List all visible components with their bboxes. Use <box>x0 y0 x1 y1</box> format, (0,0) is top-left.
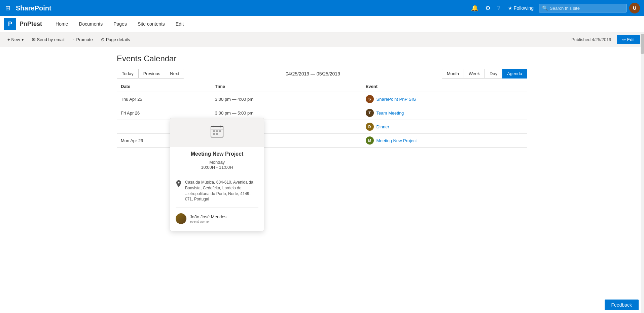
header-event: Event <box>362 81 527 92</box>
star-icon: ★ <box>508 5 512 11</box>
page-details-label: Page details <box>106 37 130 42</box>
event-time: 3:00 pm — 4:00 pm <box>211 92 362 106</box>
calendar-controls: Today Previous Next 04/25/2019 — 05/25/2… <box>117 69 527 79</box>
edit-button[interactable]: ✏ Edit <box>617 35 640 44</box>
header-time: Time <box>211 81 362 92</box>
site-logo: P <box>4 18 16 30</box>
chevron-down-icon: ▾ <box>22 37 24 42</box>
popup-header <box>170 118 264 147</box>
popup-body: Meeting New Project Monday 10:00H - 11:0… <box>170 147 264 154</box>
event-name[interactable]: Team Meeting <box>377 111 404 116</box>
avatar[interactable]: U <box>629 3 640 13</box>
published-label: Published 4/25/2019 <box>571 37 611 42</box>
view-month-button[interactable]: Month <box>442 69 464 79</box>
event-cell: M Meeting New Project <box>362 134 527 148</box>
top-nav-right: 🔔 ⚙ ? ★ Following 🔍 U <box>469 2 640 14</box>
plus-icon: + <box>7 37 10 42</box>
event-icon: T <box>366 109 374 117</box>
scroll-thumb <box>641 34 644 54</box>
page-title: Events Calendar <box>117 54 527 63</box>
event-cell: D Dinner <box>362 120 527 134</box>
promote-label: Promote <box>76 37 93 42</box>
today-button[interactable]: Today <box>117 69 139 79</box>
event-popup: Meeting New Project Monday 10:00H - 11:0… <box>170 118 264 154</box>
app-name: SharePoint <box>16 4 51 12</box>
following-label: Following <box>514 5 534 11</box>
help-icon[interactable]: ? <box>495 3 503 14</box>
event-name[interactable]: Meeting New Project <box>377 138 417 143</box>
site-nav: P PnPtest Home Documents Pages Site cont… <box>0 16 644 32</box>
view-agenda-button[interactable]: Agenda <box>502 69 527 79</box>
previous-button[interactable]: Previous <box>139 69 166 79</box>
edit-label: Edit <box>627 37 635 42</box>
view-week-button[interactable]: Week <box>464 69 485 79</box>
main-content: Events Calendar Today Previous Next 04/2… <box>103 47 541 154</box>
event-icon: S <box>366 95 374 103</box>
search-box: 🔍 <box>539 4 627 12</box>
send-email-button[interactable]: ✉ Send by email <box>29 35 68 44</box>
nav-pages[interactable]: Pages <box>108 16 132 32</box>
send-email-label: Send by email <box>37 37 65 42</box>
page-details-button[interactable]: ⊙ Page details <box>98 35 134 44</box>
gear-icon[interactable]: ⚙ <box>483 2 493 14</box>
header-date: Date <box>117 81 211 92</box>
svg-rect-7 <box>213 133 215 135</box>
svg-rect-5 <box>216 130 218 132</box>
nav-home[interactable]: Home <box>50 16 73 32</box>
view-buttons: Month Week Day Agenda <box>442 69 527 79</box>
following-button[interactable]: ★ Following <box>505 4 536 12</box>
promote-button[interactable]: ↑ Promote <box>69 35 96 44</box>
scroll-indicator[interactable] <box>641 32 644 154</box>
svg-rect-8 <box>216 133 218 135</box>
popup-title: Meeting New Project <box>176 151 258 154</box>
event-cell: S SharePoint PnP SIG <box>362 92 527 106</box>
svg-rect-6 <box>219 130 221 132</box>
bell-icon[interactable]: 🔔 <box>469 2 480 14</box>
email-icon: ✉ <box>32 37 36 42</box>
view-day-button[interactable]: Day <box>485 69 502 79</box>
search-icon: 🔍 <box>542 5 548 11</box>
event-icon: M <box>366 136 374 145</box>
new-label: New <box>11 37 20 42</box>
svg-rect-4 <box>213 130 215 132</box>
nav-site-contents[interactable]: Site contents <box>132 16 170 32</box>
nav-edit[interactable]: Edit <box>170 16 189 32</box>
site-nav-links: Home Documents Pages Site contents Edit <box>50 16 189 32</box>
edit-icon: ✏ <box>622 37 626 42</box>
site-logo-letter: P <box>8 21 12 28</box>
event-name[interactable]: Dinner <box>377 124 389 129</box>
toolbar: + New ▾ ✉ Send by email ↑ Promote ⊙ Page… <box>0 32 644 47</box>
top-nav: ⊞ SharePoint 🔔 ⚙ ? ★ Following 🔍 U <box>0 0 644 16</box>
page-details-icon: ⊙ <box>101 37 105 42</box>
event-name[interactable]: SharePoint PnP SIG <box>377 97 416 102</box>
table-row: Thu Apr 25 3:00 pm — 4:00 pm S SharePoin… <box>117 92 527 106</box>
search-input[interactable] <box>550 6 623 11</box>
nav-documents[interactable]: Documents <box>73 16 108 32</box>
next-button[interactable]: Next <box>165 69 184 79</box>
event-date: Thu Apr 25 <box>117 92 211 106</box>
popup-calendar-icon <box>210 124 224 142</box>
new-button[interactable]: + New ▾ <box>4 35 27 44</box>
promote-icon: ↑ <box>73 37 75 42</box>
event-icon: D <box>366 123 374 131</box>
site-name: PnPtest <box>20 21 42 28</box>
waffle-icon[interactable]: ⊞ <box>4 3 12 13</box>
event-cell: T Team Meeting <box>362 106 527 120</box>
date-range: 04/25/2019 — 05/25/2019 <box>184 71 442 76</box>
